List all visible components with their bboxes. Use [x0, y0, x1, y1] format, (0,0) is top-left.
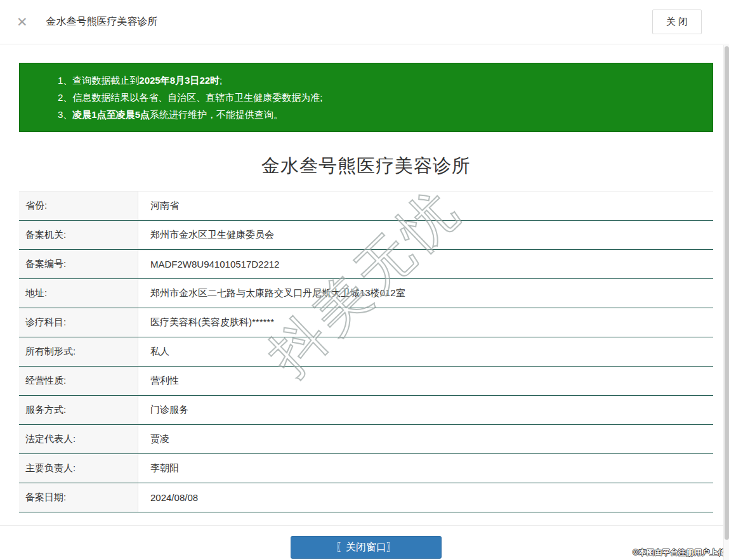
notice-line-number: 3、	[58, 109, 72, 120]
row-value: 郑州市金水区卫生健康委员会	[138, 221, 713, 249]
row-value: 门诊服务	[138, 396, 713, 424]
notice-line-bold: 凌晨1点至凌晨5点	[72, 109, 150, 120]
row-label: 备案日期:	[19, 483, 138, 512]
row-value: 2024/08/08	[138, 483, 713, 512]
row-value: 河南省	[138, 192, 713, 220]
row-value: 李朝阳	[138, 454, 713, 483]
notice-line-text: ;	[220, 75, 222, 86]
notice-line-text: 信息数据结果以各省、自治区、直辖市卫生健康委数据为准;	[72, 92, 322, 103]
footer-button-area: 〖关闭窗口〗	[19, 536, 713, 559]
copyright-note: ©本图由平台注册用户上传	[633, 547, 726, 558]
row-label: 经营性质:	[19, 367, 138, 395]
page-title: 金水叁号熊医疗美容诊所	[19, 153, 713, 179]
bottom-divider	[0, 525, 729, 526]
table-row-business-nature: 经营性质: 营利性	[19, 367, 713, 396]
table-row-main-person-in-charge: 主要负责人: 李朝阳	[19, 454, 713, 483]
row-label: 备案编号:	[19, 250, 138, 278]
row-label: 省份:	[19, 192, 138, 220]
table-row-medical-subjects: 诊疗科目: 医疗美容科(美容皮肤科)******	[19, 308, 713, 337]
header: ✕ 金水叁号熊医疗美容诊所 关 闭	[0, 0, 729, 44]
row-label: 主要负责人:	[19, 454, 138, 483]
table-row-province: 省份: 河南省	[19, 192, 713, 221]
window-title: 金水叁号熊医疗美容诊所	[46, 15, 158, 29]
notice-line-1: 1、查询数据截止到2025年8月3日22时;	[58, 72, 700, 89]
table-row-filing-date: 备案日期: 2024/08/08	[19, 483, 713, 512]
table-row-address: 地址: 郑州市金水区二七路与太康路交叉口丹尼斯大卫城13楼012室	[19, 279, 713, 308]
header-close-button[interactable]: 关 闭	[652, 10, 702, 34]
row-value: MADF2W8U941010517D2212	[138, 250, 713, 278]
table-row-filing-number: 备案编号: MADF2W8U941010517D2212	[19, 250, 713, 279]
popup-window: ✕ 金水叁号熊医疗美容诊所 关 闭 1、查询数据截止到2025年8月3日22时;…	[0, 0, 729, 560]
row-label: 诊疗科目:	[19, 308, 138, 337]
notice-line-2: 2、信息数据结果以各省、自治区、直辖市卫生健康委数据为准;	[58, 89, 700, 106]
table-row-legal-representative: 法定代表人: 贾凌	[19, 425, 713, 454]
row-value: 医疗美容科(美容皮肤科)******	[138, 308, 713, 337]
row-label: 所有制形式:	[19, 337, 138, 366]
scrollbar-thumb[interactable]	[725, 46, 729, 540]
notice-line-text: 系统进行维护，不能提供查询。	[150, 109, 283, 120]
notice-line-number: 2、	[58, 92, 72, 103]
row-value: 私人	[138, 337, 713, 366]
row-label: 服务方式:	[19, 396, 138, 424]
notice-line-number: 1、	[58, 75, 72, 86]
row-label: 地址:	[19, 279, 138, 308]
row-value: 郑州市金水区二七路与太康路交叉口丹尼斯大卫城13楼012室	[138, 279, 713, 308]
row-value: 贾凌	[138, 425, 713, 453]
table-row-ownership: 所有制形式: 私人	[19, 337, 713, 367]
row-label: 法定代表人:	[19, 425, 138, 453]
notice-line-bold: 2025年8月3日22时	[139, 75, 220, 86]
notice-banner: 1、查询数据截止到2025年8月3日22时; 2、信息数据结果以各省、自治区、直…	[19, 63, 713, 132]
row-label: 备案机关:	[19, 221, 138, 249]
info-table: 省份: 河南省 备案机关: 郑州市金水区卫生健康委员会 备案编号: MADF2W…	[19, 191, 713, 512]
notice-line-text: 查询数据截止到	[72, 75, 139, 86]
close-icon[interactable]: ✕	[16, 15, 28, 29]
table-row-filing-authority: 备案机关: 郑州市金水区卫生健康委员会	[19, 221, 713, 250]
notice-line-3: 3、凌晨1点至凌晨5点系统进行维护，不能提供查询。	[58, 106, 700, 123]
content-area: 1、查询数据截止到2025年8月3日22时; 2、信息数据结果以各省、自治区、直…	[0, 63, 729, 559]
scrollbar[interactable]	[723, 45, 729, 560]
row-value: 营利性	[138, 367, 713, 395]
table-row-service-mode: 服务方式: 门诊服务	[19, 396, 713, 425]
close-window-button[interactable]: 〖关闭窗口〗	[291, 536, 442, 559]
